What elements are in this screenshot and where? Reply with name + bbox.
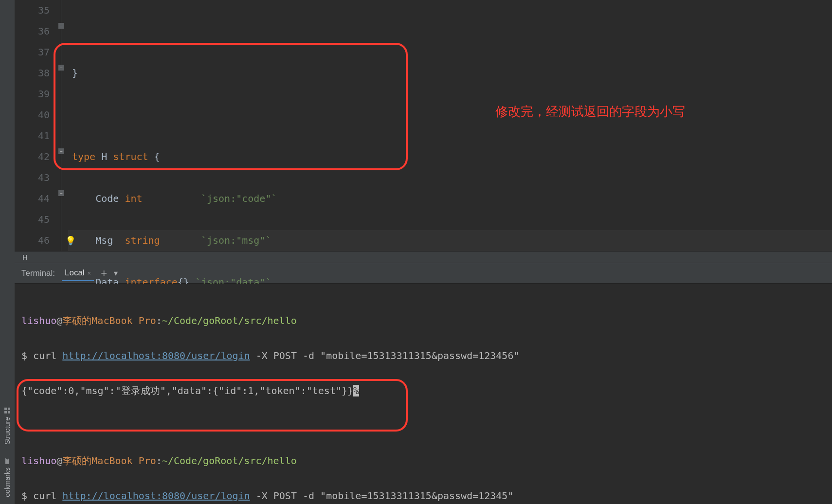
code-line: Code int `json:"code"` — [68, 188, 832, 209]
fold-icon[interactable]: − — [58, 65, 64, 71]
terminal-url[interactable]: http://localhost:8080/user/login — [62, 350, 250, 361]
line-number-gutter: 35 36 37 38 39 40 41 42 43 44 45 46 — [15, 0, 58, 251]
fold-icon[interactable]: − — [58, 190, 64, 196]
line-number: 44 — [15, 188, 50, 209]
structure-label: Structure — [3, 417, 11, 445]
line-number: 36 — [15, 21, 50, 42]
code-line-current: 💡 Msg string `json:"msg"` — [68, 230, 832, 251]
line-number: 39 — [15, 84, 50, 105]
code-line — [68, 105, 832, 126]
annotation-text: 修改完，经测试返回的字段为小写 — [495, 101, 685, 122]
main-area: 35 36 37 38 39 40 41 42 43 44 45 46 − − … — [15, 0, 832, 504]
line-number: 38 — [15, 63, 50, 84]
left-tool-strip: Structure ookmarks — [0, 0, 15, 504]
svg-rect-3 — [4, 408, 7, 410]
terminal-line — [21, 417, 825, 434]
app-root: Structure ookmarks 35 36 37 38 39 40 41 … — [0, 0, 832, 504]
code-editor[interactable]: 35 36 37 38 39 40 41 42 43 44 45 46 − − … — [15, 0, 832, 251]
code-line: } — [68, 63, 832, 84]
line-number: 37 — [15, 42, 50, 63]
terminal-body[interactable]: lishuo@李硕的MacBook Pro:~/Code/goRoot/src/… — [15, 284, 832, 504]
terminal-url[interactable]: http://localhost:8080/user/login — [62, 490, 250, 502]
bookmarks-tab[interactable]: ookmarks — [3, 451, 11, 504]
svg-rect-1 — [4, 411, 7, 414]
intention-bulb-icon[interactable]: 💡 — [65, 230, 76, 251]
terminal-title: Terminal: — [21, 269, 55, 278]
line-number: 43 — [15, 167, 50, 188]
fold-gutter: − − − − — [58, 0, 68, 251]
terminal-line: {"code":0,"msg":"登录成功","data":{"id":1,"t… — [21, 382, 825, 399]
terminal-cursor: % — [353, 385, 359, 396]
code-line — [68, 21, 832, 42]
structure-tab[interactable]: Structure — [3, 400, 11, 451]
structure-icon — [4, 407, 11, 414]
terminal-line: lishuo@李硕的MacBook Pro:~/Code/goRoot/src/… — [21, 312, 825, 329]
line-number: 35 — [15, 0, 50, 21]
terminal-line: lishuo@李硕的MacBook Pro:~/Code/goRoot/src/… — [21, 452, 825, 469]
terminal-line: $ curl http://localhost:8080/user/login … — [21, 487, 825, 504]
fold-icon[interactable]: − — [58, 148, 64, 154]
svg-rect-0 — [8, 411, 10, 414]
terminal-line: $ curl http://localhost:8080/user/login … — [21, 347, 825, 364]
svg-rect-2 — [8, 408, 10, 410]
fold-icon[interactable]: − — [58, 23, 64, 29]
code-content[interactable]: } type H struct { Code int `json:"code"`… — [68, 0, 832, 251]
breadcrumb-item[interactable]: H — [22, 253, 28, 261]
line-number: 45 — [15, 209, 50, 230]
line-number: 40 — [15, 105, 50, 126]
bookmark-icon — [4, 458, 11, 465]
line-number: 42 — [15, 146, 50, 167]
code-line: type H struct { — [68, 146, 832, 167]
bookmarks-label: ookmarks — [3, 468, 11, 497]
line-number: 46 — [15, 230, 50, 251]
line-number: 41 — [15, 126, 50, 146]
